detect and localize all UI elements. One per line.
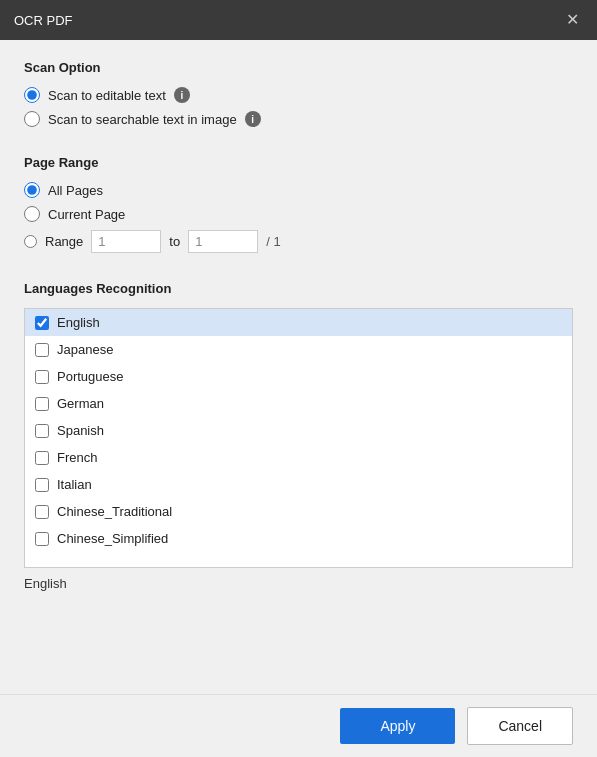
- dialog-footer: Apply Cancel: [0, 694, 597, 757]
- french-checkbox[interactable]: [35, 451, 49, 465]
- close-icon: ✕: [566, 11, 579, 28]
- range-to-input[interactable]: [188, 230, 258, 253]
- italian-label: Italian: [57, 477, 92, 492]
- chinese-simplified-label: Chinese_Simplified: [57, 531, 168, 546]
- total-pages: / 1: [266, 234, 280, 249]
- range-radio[interactable]: [24, 235, 37, 248]
- spanish-label: Spanish: [57, 423, 104, 438]
- list-item[interactable]: Spanish: [25, 417, 572, 444]
- list-item[interactable]: Chinese_Simplified: [25, 525, 572, 552]
- apply-button[interactable]: Apply: [340, 708, 455, 744]
- english-label: English: [57, 315, 100, 330]
- page-range-title: Page Range: [24, 155, 573, 170]
- current-page-option[interactable]: Current Page: [24, 206, 573, 222]
- all-pages-label: All Pages: [48, 183, 103, 198]
- title-bar: OCR PDF ✕: [0, 0, 597, 40]
- portuguese-checkbox[interactable]: [35, 370, 49, 384]
- scan-editable-radio[interactable]: [24, 87, 40, 103]
- scan-option-title: Scan Option: [24, 60, 573, 75]
- range-label: Range: [45, 234, 83, 249]
- spanish-checkbox[interactable]: [35, 424, 49, 438]
- languages-title: Languages Recognition: [24, 281, 573, 296]
- chinese-traditional-label: Chinese_Traditional: [57, 504, 172, 519]
- list-item[interactable]: Italian: [25, 471, 572, 498]
- german-label: German: [57, 396, 104, 411]
- all-pages-radio[interactable]: [24, 182, 40, 198]
- scan-editable-option[interactable]: Scan to editable text i: [24, 87, 573, 103]
- languages-list[interactable]: English Japanese Portuguese German Spani: [24, 308, 573, 568]
- current-page-radio[interactable]: [24, 206, 40, 222]
- japanese-checkbox[interactable]: [35, 343, 49, 357]
- french-label: French: [57, 450, 97, 465]
- german-checkbox[interactable]: [35, 397, 49, 411]
- scan-searchable-radio[interactable]: [24, 111, 40, 127]
- list-item[interactable]: English: [25, 309, 572, 336]
- list-item[interactable]: German: [25, 390, 572, 417]
- italian-checkbox[interactable]: [35, 478, 49, 492]
- range-option-row: Range to / 1: [24, 230, 573, 253]
- japanese-label: Japanese: [57, 342, 113, 357]
- scan-editable-info-icon: i: [174, 87, 190, 103]
- list-item[interactable]: Chinese_Traditional: [25, 498, 572, 525]
- to-label: to: [169, 234, 180, 249]
- portuguese-label: Portuguese: [57, 369, 124, 384]
- page-range-section: Page Range All Pages Current Page Range …: [24, 155, 573, 261]
- list-item[interactable]: Portuguese: [25, 363, 572, 390]
- all-pages-option[interactable]: All Pages: [24, 182, 573, 198]
- ocr-pdf-dialog: OCR PDF ✕ Scan Option Scan to editable t…: [0, 0, 597, 757]
- scan-option-section: Scan Option Scan to editable text i Scan…: [24, 60, 573, 135]
- scan-searchable-info-icon: i: [245, 111, 261, 127]
- scan-editable-label: Scan to editable text: [48, 88, 166, 103]
- chinese-simplified-checkbox[interactable]: [35, 532, 49, 546]
- english-checkbox[interactable]: [35, 316, 49, 330]
- close-button[interactable]: ✕: [562, 10, 583, 30]
- list-item[interactable]: French: [25, 444, 572, 471]
- selected-languages-display: English: [24, 576, 573, 591]
- cancel-button[interactable]: Cancel: [467, 707, 573, 745]
- range-from-input[interactable]: [91, 230, 161, 253]
- languages-section: Languages Recognition English Japanese P…: [24, 281, 573, 660]
- scan-searchable-option[interactable]: Scan to searchable text in image i: [24, 111, 573, 127]
- chinese-traditional-checkbox[interactable]: [35, 505, 49, 519]
- dialog-title: OCR PDF: [14, 13, 73, 28]
- list-item[interactable]: Japanese: [25, 336, 572, 363]
- dialog-content: Scan Option Scan to editable text i Scan…: [0, 40, 597, 694]
- scan-searchable-label: Scan to searchable text in image: [48, 112, 237, 127]
- current-page-label: Current Page: [48, 207, 125, 222]
